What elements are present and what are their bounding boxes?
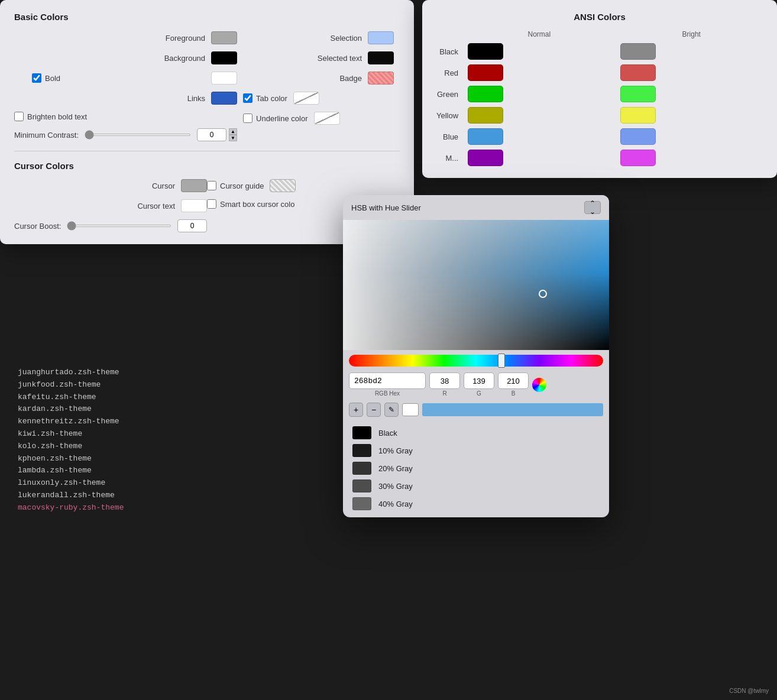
ansi-green-normal-swatch[interactable] <box>468 86 503 102</box>
selected-text-swatch[interactable] <box>368 51 394 64</box>
bold-checkbox[interactable] <box>32 73 41 83</box>
ansi-black-normal-swatch[interactable] <box>468 43 503 60</box>
color-gradient-area[interactable] <box>343 220 609 350</box>
cursor-left: Cursor Cursor text Cursor Boost: 0 <box>14 179 207 232</box>
smart-box-checkbox[interactable] <box>207 199 216 209</box>
ansi-magenta-normal-swatch[interactable] <box>468 150 503 166</box>
section-divider <box>14 151 400 151</box>
hue-indicator <box>498 354 505 368</box>
cursor-colors-title: Cursor Colors <box>14 161 400 171</box>
cursor-swatch[interactable] <box>181 179 207 192</box>
ansi-blue-bright-swatch[interactable] <box>620 128 656 145</box>
bold-label: Bold <box>45 74 205 83</box>
cursor-boost-value: 0 <box>177 219 207 232</box>
links-swatch[interactable] <box>211 92 237 105</box>
10gray-swatch <box>352 444 371 457</box>
list-item: kolo.zsh-theme <box>18 440 383 453</box>
picker-toolbar: + − ✎ <box>343 400 609 419</box>
min-contrast-spinner[interactable]: ▲ ▼ <box>229 128 237 141</box>
cursor-row: Cursor <box>14 179 207 192</box>
list-item: kardan.zsh-theme <box>18 403 383 416</box>
tab-color-checkbox[interactable] <box>243 93 252 103</box>
b-label: B <box>511 390 516 397</box>
list-item: kiwi.zsh-theme <box>18 428 383 440</box>
g-input[interactable] <box>464 372 494 389</box>
list-item: junkfood.zsh-theme <box>18 379 383 391</box>
cursor-guide-swatch[interactable] <box>270 179 296 192</box>
cursor-boost-slider[interactable] <box>67 225 171 227</box>
spin-up-icon[interactable]: ▲ <box>229 128 237 135</box>
underline-color-swatch[interactable] <box>314 112 340 125</box>
basic-colors-title: Basic Colors <box>14 12 400 22</box>
cursor-label: Cursor <box>14 182 175 190</box>
foreground-swatch[interactable] <box>211 31 237 44</box>
hue-slider[interactable] <box>349 355 603 367</box>
b-input[interactable] <box>498 372 529 389</box>
hex-input[interactable]: 268bd2 <box>349 372 426 389</box>
tab-color-label: Tab color <box>256 94 287 103</box>
add-color-button[interactable]: + <box>349 403 363 417</box>
cursor-boost-row: Cursor Boost: 0 <box>14 219 207 232</box>
list-item: linuxonly.zsh-theme <box>18 477 383 490</box>
ansi-grid: Normal Bright Black Red Green Yellow Blu… <box>436 30 763 166</box>
ansi-magenta-bright-swatch[interactable] <box>620 150 656 166</box>
ansi-red-bright-swatch[interactable] <box>620 64 656 81</box>
ansi-blue-normal-swatch[interactable] <box>468 128 503 145</box>
ansi-black-bright-swatch[interactable] <box>620 43 656 60</box>
badge-swatch[interactable] <box>368 72 394 85</box>
ansi-red-label: Red <box>436 69 458 77</box>
hex-label: RGB Hex <box>375 390 400 397</box>
list-item: kennethreitz.zsh-theme <box>18 416 383 428</box>
30gray-swatch <box>352 479 371 492</box>
picker-header: HSB with Hue Slider ⌃⌄ <box>343 195 609 220</box>
40gray-swatch <box>352 497 371 510</box>
ansi-red-normal-swatch[interactable] <box>468 64 503 81</box>
selection-row: Selection <box>243 31 394 44</box>
cursor-guide-label: Cursor guide <box>220 182 264 190</box>
smart-box-label: Smart box cursor colo <box>220 200 294 209</box>
r-label: R <box>442 390 446 397</box>
ansi-colors-panel: ANSI Colors Normal Bright Black Red Gree… <box>422 0 777 178</box>
ansi-yellow-label: Yellow <box>436 111 458 120</box>
list-item-black[interactable]: Black <box>349 424 603 442</box>
list-item: juanghurtado.zsh-theme <box>18 367 383 379</box>
selected-text-label: Selected text <box>243 54 362 63</box>
ansi-yellow-bright-swatch[interactable] <box>620 107 656 124</box>
background-label: Background <box>14 54 205 63</box>
eyedropper-button[interactable]: ✎ <box>384 403 399 417</box>
colors-grid: Foreground Background Bold Links <box>14 31 400 141</box>
brighten-bold-row: Brighten bold text <box>14 112 237 121</box>
r-input[interactable] <box>429 372 460 389</box>
cursor-text-swatch[interactable] <box>181 199 207 212</box>
picker-mode-button[interactable]: ⌃⌄ <box>584 201 601 214</box>
list-item-20gray[interactable]: 20% Gray <box>349 459 603 477</box>
tab-color-swatch[interactable] <box>293 92 319 105</box>
40gray-label: 40% Gray <box>378 500 413 508</box>
min-contrast-slider[interactable] <box>85 134 191 136</box>
spin-down-icon[interactable]: ▼ <box>229 135 237 141</box>
basic-colors-section: Foreground Background Bold Links <box>14 31 243 141</box>
cursor-guide-checkbox[interactable] <box>207 181 216 190</box>
bold-swatch[interactable] <box>211 72 237 85</box>
list-item-10gray[interactable]: 10% Gray <box>349 442 603 459</box>
badge-label: Badge <box>243 74 362 83</box>
cursor-colors-grid: Cursor Cursor text Cursor Boost: 0 Curso… <box>14 179 400 232</box>
color-picker-panel: HSB with Hue Slider ⌃⌄ 268bd2 RGB Hex R … <box>343 195 609 517</box>
underline-color-label: Underline color <box>256 114 307 123</box>
brighten-bold-checkbox[interactable] <box>14 112 24 121</box>
ansi-green-bright-swatch[interactable] <box>620 86 656 102</box>
g-input-group: G <box>464 372 494 397</box>
chevron-icon: ⌃⌄ <box>590 199 595 216</box>
b-input-group: B <box>498 372 529 397</box>
list-item: lukerandall.zsh-theme <box>18 490 383 502</box>
r-input-group: R <box>429 372 460 397</box>
selection-swatch[interactable] <box>368 31 394 44</box>
color-preview-swatch <box>402 403 419 416</box>
underline-color-checkbox[interactable] <box>243 114 252 123</box>
list-item-30gray[interactable]: 30% Gray <box>349 477 603 495</box>
list-item-40gray[interactable]: 40% Gray <box>349 495 603 513</box>
remove-color-button[interactable]: − <box>367 403 381 417</box>
color-wheel-button[interactable] <box>532 378 546 392</box>
ansi-yellow-normal-swatch[interactable] <box>468 107 503 124</box>
background-swatch[interactable] <box>211 51 237 64</box>
